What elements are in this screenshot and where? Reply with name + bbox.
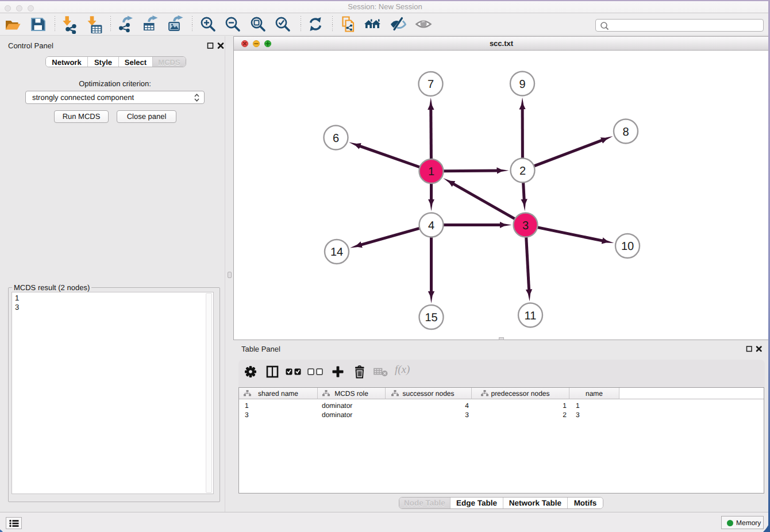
svg-text:1: 1 (428, 165, 434, 178)
svg-text:7: 7 (428, 78, 434, 91)
svg-text:14: 14 (330, 246, 343, 259)
svg-text:9: 9 (519, 78, 525, 91)
svg-text:2: 2 (519, 165, 526, 178)
svg-text:11: 11 (525, 310, 537, 322)
svg-text:6: 6 (333, 132, 339, 145)
svg-text:10: 10 (621, 240, 634, 253)
svg-text:3: 3 (522, 219, 529, 232)
svg-text:15: 15 (425, 311, 437, 324)
svg-text:8: 8 (622, 126, 629, 138)
svg-text:4: 4 (428, 219, 434, 232)
